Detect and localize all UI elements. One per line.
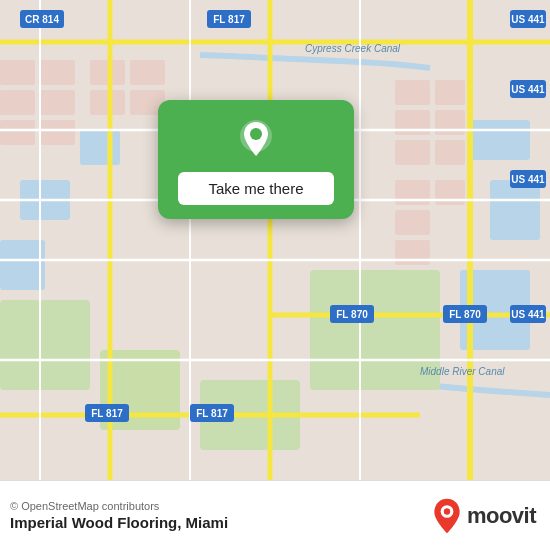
svg-text:FL 817: FL 817 [91,408,123,419]
svg-text:US 441: US 441 [511,174,545,185]
svg-rect-16 [40,120,75,145]
svg-rect-15 [0,120,35,145]
copyright-text: © OpenStreetMap contributors [10,500,228,512]
svg-rect-9 [490,180,540,240]
svg-text:US 441: US 441 [511,14,545,25]
svg-rect-18 [130,60,165,85]
location-name: Imperial Wood Flooring, Miami [10,514,228,531]
svg-rect-26 [435,140,465,165]
moovit-logo: moovit [431,497,536,535]
svg-text:CR 814: CR 814 [25,14,59,25]
svg-text:US 441: US 441 [511,309,545,320]
moovit-pin-icon [431,497,463,535]
svg-point-69 [444,508,450,514]
svg-rect-21 [395,80,430,105]
moovit-text: moovit [467,503,536,529]
svg-rect-2 [0,300,90,390]
svg-text:FL 817: FL 817 [213,14,245,25]
svg-rect-7 [0,240,45,290]
svg-text:FL 870: FL 870 [336,309,368,320]
svg-rect-14 [40,90,75,115]
svg-point-67 [250,128,262,140]
svg-rect-22 [435,80,465,105]
svg-rect-25 [395,140,430,165]
take-me-there-button[interactable]: Take me there [178,172,334,205]
location-card: Take me there [158,100,354,219]
svg-rect-29 [395,210,430,235]
svg-text:FL 870: FL 870 [449,309,481,320]
svg-rect-12 [40,60,75,85]
bottom-left-info: © OpenStreetMap contributors Imperial Wo… [10,500,228,531]
location-pin-icon [234,118,278,162]
svg-rect-8 [470,120,530,160]
svg-rect-11 [0,60,35,85]
map-container: CR 814 FL 817 FL 817 FL 817 FL 870 FL 87… [0,0,550,480]
bottom-bar: © OpenStreetMap contributors Imperial Wo… [0,480,550,550]
svg-rect-6 [80,130,120,165]
map-background: CR 814 FL 817 FL 817 FL 817 FL 870 FL 87… [0,0,550,480]
svg-text:US 441: US 441 [511,84,545,95]
svg-text:Middle River Canal: Middle River Canal [420,366,505,377]
svg-text:Cypress Creek Canal: Cypress Creek Canal [305,43,401,54]
svg-rect-13 [0,90,35,115]
svg-text:FL 817: FL 817 [196,408,228,419]
